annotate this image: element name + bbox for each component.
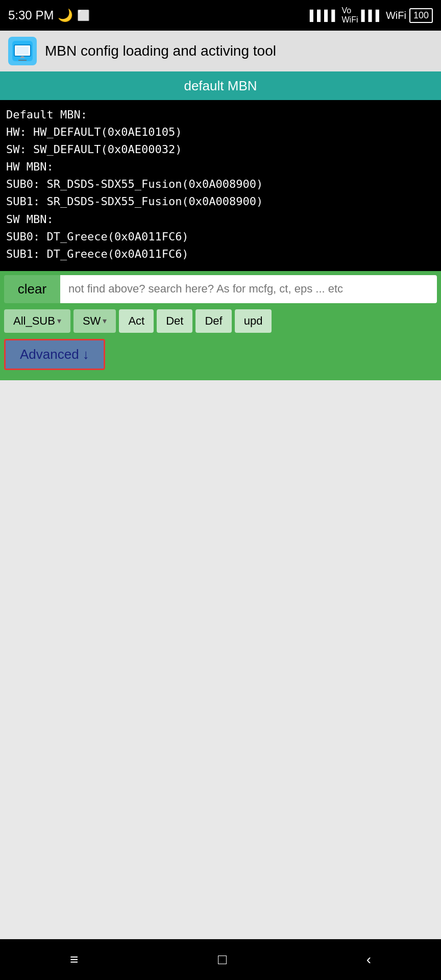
status-bar: 5:30 PM 🌙 ⬜ ▌▌▌▌ VoWiFi ▌▌▌ WiFi 100 (0, 0, 441, 31)
chevron-down-icon: ▾ (57, 316, 61, 326)
app-title: MBN config loading and activing tool (45, 43, 276, 59)
filter-row: All_SUB ▾ SW ▾ Act Det Def upd (0, 307, 441, 335)
green-toolbar-area: clear All_SUB ▾ SW ▾ Act Det Def upd Adv… (0, 271, 441, 380)
teal-header: default MBN (0, 71, 441, 100)
clear-button[interactable]: clear (4, 275, 60, 303)
time-display: 5:30 PM (8, 8, 54, 22)
status-bar-right: ▌▌▌▌ VoWiFi ▌▌▌ WiFi 100 (310, 6, 433, 24)
advanced-row: Advanced ↓ (0, 335, 441, 374)
back-button[interactable]: ‹ (351, 946, 386, 973)
app-icon (8, 37, 37, 65)
filter-btn-act[interactable]: Act (119, 309, 154, 333)
teal-header-label: default MBN (184, 78, 257, 94)
moon-icon: 🌙 (58, 8, 73, 22)
search-input[interactable] (60, 275, 437, 303)
search-row: clear (0, 271, 441, 307)
signal2-icon: ▌▌▌ (361, 10, 383, 21)
wifi-icon: WiFi (386, 10, 406, 21)
advanced-button[interactable]: Advanced ↓ (4, 339, 105, 370)
filter-btn-sw[interactable]: SW ▾ (74, 309, 116, 333)
signal-icon: ▌▌▌▌ (310, 10, 339, 21)
home-button[interactable]: □ (203, 946, 242, 973)
content-area: Default MBN: HW: HW_DEFAULT(0x0AE10105) … (0, 100, 441, 271)
filter-btn-upd[interactable]: upd (235, 309, 272, 333)
svg-rect-2 (16, 47, 29, 54)
filter-btn-all-sub[interactable]: All_SUB ▾ (4, 309, 70, 333)
chevron-down-icon: ▾ (103, 316, 107, 326)
battery-icon: 100 (409, 8, 433, 23)
bottom-area (0, 380, 441, 939)
nfc-icon: ⬜ (77, 9, 90, 21)
status-bar-left: 5:30 PM 🌙 ⬜ (8, 8, 90, 22)
filter-btn-def[interactable]: Def (195, 309, 231, 333)
menu-button[interactable]: ≡ (55, 946, 93, 973)
filter-btn-det[interactable]: Det (157, 309, 192, 333)
nav-bar: ≡ □ ‹ (0, 939, 441, 980)
vo-wifi-label: VoWiFi (341, 6, 358, 24)
title-bar: MBN config loading and activing tool (0, 31, 441, 71)
mbn-info-text: Default MBN: HW: HW_DEFAULT(0x0AE10105) … (6, 106, 435, 263)
